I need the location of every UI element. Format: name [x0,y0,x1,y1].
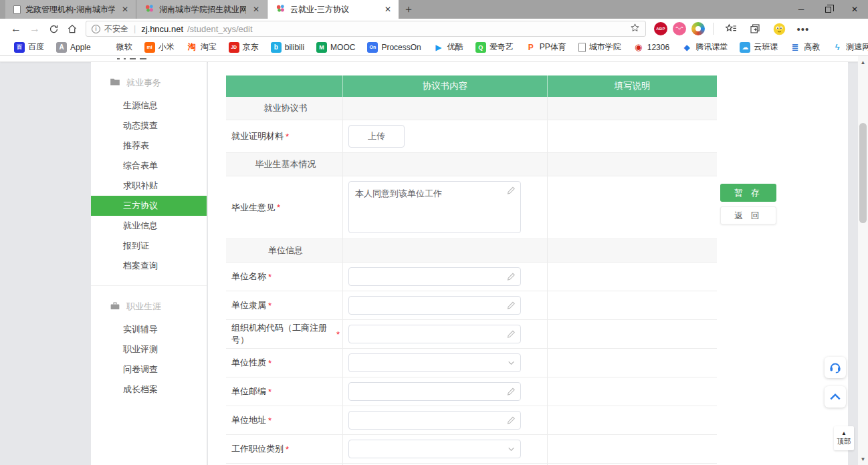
restore-icon[interactable] [815,0,841,19]
collections-icon[interactable] [746,21,764,37]
forward-icon[interactable]: → [25,21,44,37]
favorites-list-icon[interactable] [722,21,740,37]
field-input[interactable] [348,296,521,315]
profile-avatar-icon[interactable] [770,21,788,37]
field-label-cell: 工作职位类别* [226,435,343,463]
bookmark-label: 微软 [116,41,132,53]
bookmark-item[interactable]: ◆腾讯课堂 [675,41,734,53]
bookmark-item[interactable]: ◉12306 [627,42,675,53]
bookmark-item[interactable]: ▶优酷 [427,41,469,53]
section-row-content [343,239,548,262]
tab-close-icon[interactable]: ✕ [251,5,261,14]
field-label-cell: 就业证明材料* [226,120,343,152]
scrollbar-up-arrow-icon[interactable]: ▲ [858,57,868,67]
baidu-icon: 百 [14,42,25,53]
scrollbar-down-arrow-icon[interactable]: ▼ [858,454,868,464]
field-select[interactable] [348,440,521,458]
screenshot-tool-icon[interactable]: ᵔᵕᵔ [673,22,686,35]
save-draft-button[interactable]: 暂 存 [720,184,776,202]
field-label: 单位地址 [231,414,266,426]
iqiyi-icon: Q [475,42,486,53]
sidebar-item[interactable]: 实训辅导 [91,319,207,339]
bookmark-item[interactable]: JD京东 [223,41,265,53]
bookmark-item[interactable]: 微软 [97,41,138,53]
back-icon[interactable]: ← [7,21,25,37]
bookmark-item[interactable]: Q爱奇艺 [469,41,520,53]
return-button[interactable]: 返 回 [720,206,776,224]
sidebar-item[interactable]: 动态摸查 [91,116,207,136]
sidebar-item[interactable]: 报到证 [91,236,207,256]
field-input[interactable] [348,382,521,401]
bookmark-item[interactable]: 淘淘宝 [181,41,223,53]
sidebar-item[interactable]: 成长档案 [91,379,207,400]
sidebar-item[interactable]: 档案查询 [91,256,207,276]
bookmark-item[interactable]: OnProcessOn [361,42,427,53]
sidebar-section: 就业事务生源信息动态摸查推荐表综合表单求职补贴三方协议就业信息报到证档案查询 [91,62,207,280]
opinion-textarea[interactable]: 本人同意到该单位工作 [348,181,521,233]
url-host: zj.hncu.net [141,24,183,34]
new-tab-button[interactable]: ＋ [399,0,419,19]
bookmark-item[interactable]: PPP体育 [520,41,572,53]
page-scrollbar[interactable]: ▲ ▼ [858,56,868,465]
field-notes-cell [548,377,717,406]
field-control-cell [343,320,548,348]
tab-close-icon[interactable]: ✕ [383,5,393,14]
section-row-notes [548,153,717,176]
browser-tab[interactable]: 云就业-三方协议✕ [267,0,399,19]
sidebar-item[interactable]: 就业信息 [91,216,207,236]
sidebar-item[interactable]: 生源信息 [91,96,207,116]
field-input[interactable] [348,411,521,430]
sidebar-item[interactable]: 综合表单 [91,156,207,176]
address-bar[interactable]: i 不安全 | zj.hncu.net/student_xys/edit [86,21,646,37]
customer-service-headset-icon[interactable] [825,357,846,378]
field-select[interactable] [348,353,521,372]
tab-close-icon[interactable]: ✕ [120,5,130,14]
bookmark-item[interactable]: mi小米 [138,41,181,53]
taobao-icon: 淘 [187,42,197,53]
bookmark-item[interactable]: ☁云班课 [734,41,784,53]
more-menu-icon[interactable]: ••• [794,21,812,37]
field-control-cell [343,263,548,291]
bookmark-item[interactable]: AApple [50,42,97,53]
scrollbar-thumb[interactable] [859,123,867,223]
bookmark-label: MOOC [330,43,355,52]
minimize-icon[interactable]: ─ [788,0,815,19]
field-input[interactable] [348,325,521,343]
edit-pencil-icon [507,330,516,339]
bookmark-item[interactable]: ϟ测速网 [826,41,868,53]
field-notes-cell [548,349,717,377]
sidebar-item[interactable]: 职业评测 [91,339,207,359]
bookmark-item[interactable]: ≣高教 [784,41,826,53]
tab-favicon-colorful-dots-favicon [144,3,154,15]
security-label[interactable]: 不安全 [104,23,128,35]
field-label-cell: 单位邮编* [226,377,343,406]
sidebar-item[interactable]: 问卷调查 [91,359,207,379]
edit-pencil-icon [507,273,516,281]
bookmark-item[interactable]: 城市学院 [572,41,627,53]
home-icon[interactable] [63,21,82,37]
browser-tab[interactable]: 党政管理机构-湖南城市学院✕ [5,0,136,19]
bookmark-item[interactable]: MMOOC [310,42,361,53]
refresh-icon[interactable] [44,21,63,37]
close-icon[interactable]: ✕ [841,0,868,19]
add-favorite-star-icon[interactable] [630,23,640,35]
bookmark-item[interactable]: bbilibili [265,42,310,53]
scroll-up-icon[interactable] [825,386,846,408]
browser-tab[interactable]: 湖南城市学院招生就业网✕ [136,0,267,19]
adblock-abp-icon[interactable]: ABP [654,22,667,35]
field-input[interactable] [348,267,521,286]
sidebar-item[interactable]: 推荐表 [91,136,207,156]
bookmark-item[interactable]: 百百度 [8,41,50,53]
bookmark-label: 优酷 [447,41,463,53]
back-to-top-button[interactable]: ▲ 顶部 [834,426,854,450]
sidebar-item[interactable]: 求职补贴 [91,176,207,196]
table-header-content: 协议书内容 [343,75,548,97]
table-header-blank [226,75,343,97]
download-manager-icon[interactable] [691,22,705,35]
field-label-cell: 单位名称* [226,263,343,291]
field-control-cell [343,435,548,463]
upload-button[interactable]: 上传 [348,125,405,148]
bookmark-label: bilibili [285,43,304,52]
sidebar-item[interactable]: 三方协议 [91,196,207,216]
required-asterisk: * [268,416,272,426]
